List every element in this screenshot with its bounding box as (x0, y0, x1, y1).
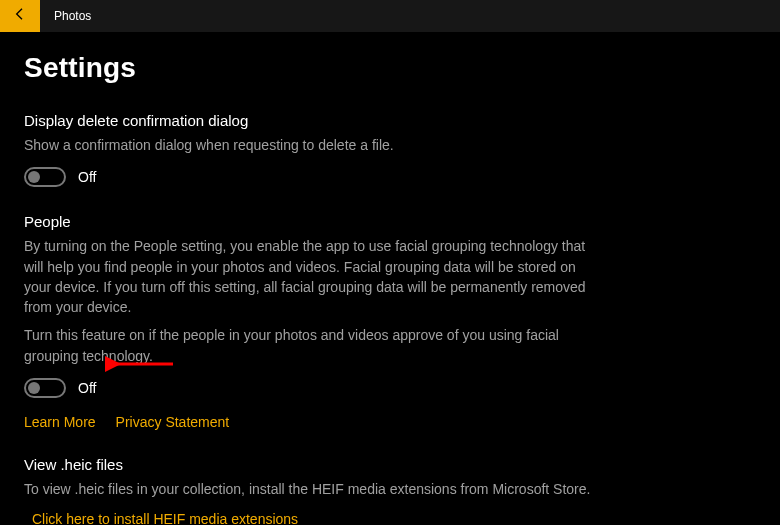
toggle-knob (28, 171, 40, 183)
privacy-statement-link[interactable]: Privacy Statement (116, 414, 230, 430)
section-heading: People (24, 213, 594, 230)
people-toggle[interactable] (24, 378, 66, 398)
section-heic: View .heic files To view .heic files in … (24, 456, 594, 525)
title-bar: Photos (0, 0, 780, 32)
install-heif-link[interactable]: Click here to install HEIF media extensi… (32, 511, 298, 525)
section-delete-confirm: Display delete confirmation dialog Show … (24, 112, 594, 187)
back-arrow-icon (12, 6, 28, 26)
section-people: People By turning on the People setting,… (24, 213, 594, 430)
section-description: Show a confirmation dialog when requesti… (24, 135, 594, 155)
section-description-2: Turn this feature on if the people in yo… (24, 325, 594, 366)
section-description: To view .heic files in your collection, … (24, 479, 594, 499)
toggle-state-label: Off (78, 380, 96, 396)
page-title: Settings (24, 52, 756, 84)
section-heading: View .heic files (24, 456, 594, 473)
learn-more-link[interactable]: Learn More (24, 414, 96, 430)
section-description: By turning on the People setting, you en… (24, 236, 594, 317)
delete-confirm-toggle[interactable] (24, 167, 66, 187)
app-title: Photos (54, 9, 91, 23)
section-heading: Display delete confirmation dialog (24, 112, 594, 129)
toggle-state-label: Off (78, 169, 96, 185)
toggle-knob (28, 382, 40, 394)
back-button[interactable] (0, 0, 40, 32)
